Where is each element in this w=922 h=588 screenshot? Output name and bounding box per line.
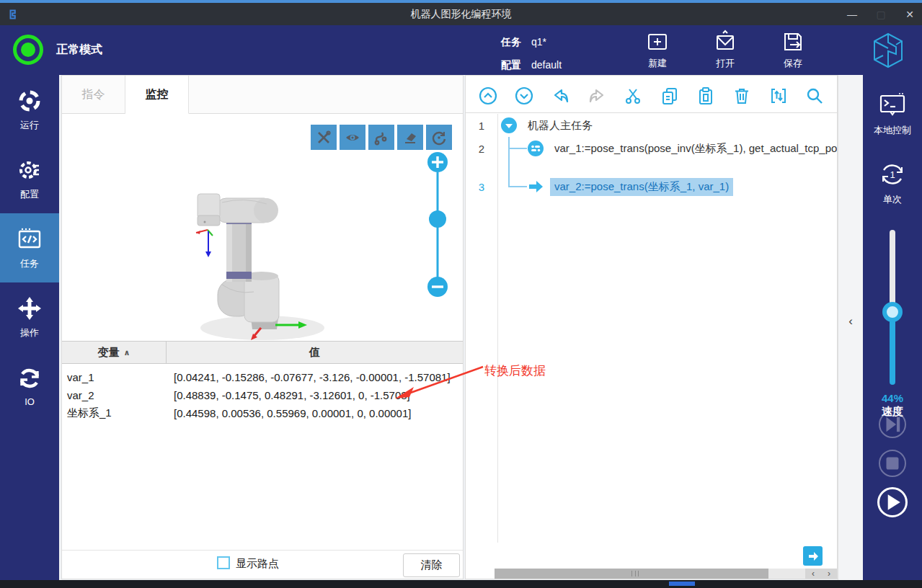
tab-instruction[interactable]: 指令 [62,76,125,114]
scroll-right-button[interactable] [803,546,823,566]
play-button[interactable] [877,487,908,517]
move-down-button[interactable] [512,84,536,108]
slider-handle[interactable] [882,302,903,322]
svg-text:1: 1 [890,169,895,180]
cut-button[interactable] [621,84,645,108]
task-code-icon [17,226,43,252]
close-button[interactable]: ✕ [903,9,916,20]
visibility-button[interactable] [340,125,365,150]
application-window: 机器人图形化编程环境 — ▢ ✕ 正常模式 任务 q1* 配置 default [0,0,922,588]
task-label: 任务 [501,32,521,51]
table-row[interactable]: 坐标系_1 [0.44598, 0.00536, 0.55969, 0.0000… [62,404,463,422]
replace-button[interactable] [766,84,791,108]
program-line[interactable]: 1 机器人主任务 [466,114,597,137]
path-button[interactable] [368,125,394,150]
table-row[interactable]: var_2 [0.48839, -0.1475, 0.48291, -3.126… [62,386,463,404]
variable-value: [0.44598, 0.00536, 0.55969, 0.00001, 0, … [167,407,463,419]
trash-icon [732,86,751,105]
sidebar-item-io[interactable]: IO [0,352,59,421]
stop-icon [880,451,905,476]
move-arrows-icon [17,295,43,321]
titlebar: 机器人图形化编程环境 — ▢ ✕ [0,3,922,25]
run-icon [17,88,43,114]
maximize-button[interactable]: ▢ [874,9,887,20]
line-number: 2 [466,143,497,155]
left-sidebar: 运行 配置 任务 [0,75,59,588]
status-indicator [13,35,43,65]
new-file-icon [645,30,670,54]
open-task-button[interactable]: 打开 [702,30,748,70]
minimize-button[interactable]: — [846,9,859,20]
save-task-button[interactable]: 保存 [770,30,816,70]
variable-name: var_1 [62,371,167,383]
paste-icon [696,86,715,105]
local-control-button[interactable]: 本地控制 [863,91,922,137]
tools-button[interactable] [311,125,337,150]
settings-gear-icon [17,157,43,183]
program-line-selected[interactable]: 3 var_2:=pose_trans(坐标系_1, var_1) [466,175,733,198]
redo-icon [588,86,606,105]
clear-button[interactable]: 清除 [403,553,460,577]
copy-icon [660,86,679,105]
line-number: 1 [466,120,497,132]
viewport-bottom-bar: 显示路点 清除 [62,550,463,579]
variables-table: 变量 ∧ 值 var_1 [0.04241, -0.15286, -0.0767… [62,341,463,550]
window-title: 机器人图形化编程环境 [0,8,922,21]
column-variable[interactable]: 变量 ∧ [62,342,167,363]
scroll-right-arrow[interactable]: › [821,569,837,579]
table-row[interactable]: var_1 [0.04241, -0.15286, -0.07677, -3.1… [62,368,463,386]
zoom-slider-handle[interactable] [429,210,446,228]
collapse-panel-button[interactable]: ‹ [843,313,858,330]
sidebar-item-run[interactable]: 运行 [0,75,59,144]
replace-icon [769,86,788,105]
header: 正常模式 任务 q1* 配置 default 新建 [0,25,922,75]
variable-name: var_2 [62,389,167,401]
viewport-toolbar [311,125,452,150]
move-up-button[interactable] [476,84,500,108]
sidebar-item-task[interactable]: 任务 [0,213,59,282]
save-icon [781,30,805,54]
program-line[interactable]: 2 var_1:=pose_trans(pose_inv(坐标系_1), get… [466,137,837,160]
scrollbar-track[interactable] [768,569,805,579]
table-header: 变量 ∧ 值 [62,341,463,364]
scroll-left-arrow[interactable]: ‹ [805,569,821,579]
speed-slider[interactable] [884,230,901,385]
scrollbar-thumb[interactable] [495,569,768,579]
mode-label: 正常模式 [56,43,102,58]
sidebar-item-config[interactable]: 配置 [0,144,59,213]
stop-button[interactable] [879,450,906,477]
io-swap-icon [17,365,43,391]
horizontal-scrollbar[interactable]: ‹ › [495,569,837,579]
zoom-control [426,152,449,300]
search-icon [805,86,824,105]
search-button[interactable] [802,84,827,108]
bottom-edge-strip [0,580,922,588]
show-waypoints-checkbox[interactable] [217,556,230,569]
eraser-button[interactable] [397,125,423,150]
zoom-in-button[interactable] [427,152,448,172]
new-task-button[interactable]: 新建 [634,30,681,70]
undo-button[interactable] [549,84,573,108]
line-number: 3 [466,181,497,193]
sort-caret-icon: ∧ [124,348,130,357]
eye-icon [345,130,360,146]
redo-button[interactable] [585,84,609,108]
step-button[interactable] [879,411,906,438]
reset-view-button[interactable] [426,125,452,150]
sidebar-item-operate[interactable]: 操作 [0,282,59,352]
delete-button[interactable] [730,84,754,108]
undo-icon [551,86,570,105]
move-down-icon [515,86,533,105]
single-cycle-button[interactable]: 1 单次 [863,160,922,206]
monitor-panel: 指令 监控 [61,75,464,579]
speed-value: 44% [863,392,922,404]
robot-3d-viewport[interactable] [62,115,463,341]
paste-button[interactable] [693,84,718,108]
zoom-out-button[interactable] [427,277,448,297]
program-statement: var_2:=pose_trans(坐标系_1, var_1) [550,178,733,196]
copy-button[interactable] [657,84,682,108]
move-up-icon [479,86,497,105]
tab-monitor[interactable]: 监控 [125,76,189,114]
collapse-node-icon[interactable] [500,117,518,134]
brand-cube-icon [867,30,909,71]
